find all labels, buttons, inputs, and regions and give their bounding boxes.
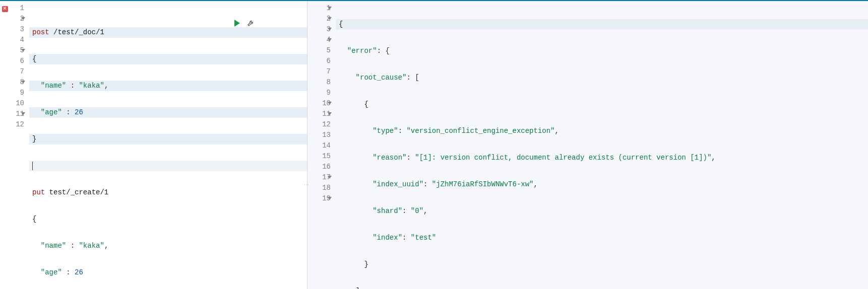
code-line[interactable]: { <box>336 19 868 30</box>
line-number: 5 <box>0 45 24 56</box>
request-path: /test/_doc/1 <box>49 28 104 36</box>
line-number: 7 <box>307 66 331 77</box>
code-line[interactable]: "root_cause": [ <box>336 73 868 83</box>
code-line[interactable]: "age" : 26 <box>29 107 307 118</box>
line-number: 14 <box>307 140 331 151</box>
code-line[interactable]: "name" : "kaka", <box>29 241 307 251</box>
line-number: 11 <box>307 109 331 119</box>
code-line[interactable]: } <box>336 259 868 270</box>
response-editor[interactable]: 1 2 3 4 5 6 7 8 9 10 11 12 13 14 15 16 1… <box>307 1 868 289</box>
code-line[interactable]: "age" : 26 <box>29 267 307 278</box>
line-number: 9 <box>307 88 331 98</box>
line-number: 8 <box>0 77 24 88</box>
line-number: 2 <box>0 14 24 24</box>
code-line[interactable]: "index": "test" <box>336 233 868 243</box>
line-number: 15 <box>307 151 331 162</box>
line-number: 11 <box>0 109 24 119</box>
play-icon[interactable] <box>234 20 240 27</box>
line-number: 9 <box>0 88 24 98</box>
code-line[interactable]: put test/_create/1 <box>29 187 307 198</box>
line-number: 12 <box>0 119 24 130</box>
http-method: post <box>32 28 49 36</box>
line-number: 13 <box>307 130 331 140</box>
request-toolbar <box>234 3 298 43</box>
line-number: 5 <box>307 45 331 56</box>
line-number: 10 <box>0 98 24 109</box>
error-icon <box>2 6 8 12</box>
line-number: 18 <box>307 183 331 193</box>
code-line[interactable]: "reason": "[1]: version conflict, docume… <box>336 153 868 163</box>
http-method: put <box>32 188 45 196</box>
line-number: 17 <box>307 172 331 183</box>
code-line[interactable]: } <box>29 134 307 144</box>
code-line[interactable]: "shard": "0", <box>336 206 868 216</box>
line-number: 19 <box>307 193 331 204</box>
line-number: 3 <box>307 24 331 35</box>
line-number: 4 <box>0 35 24 45</box>
request-editor[interactable]: 1 2 3 4 5 6 7 8 9 10 11 12 <box>0 1 307 289</box>
request-code[interactable]: post /test/_doc/1 { "name" : "kaka", "ag… <box>29 1 307 289</box>
line-number: 6 <box>307 56 331 66</box>
request-gutter: 1 2 3 4 5 6 7 8 9 10 11 12 <box>0 1 29 289</box>
code-line[interactable] <box>29 161 307 171</box>
line-number: 1 <box>0 3 24 14</box>
code-line[interactable]: "name" : "kaka", <box>29 81 307 91</box>
response-panel: 1 2 3 4 5 6 7 8 9 10 11 12 13 14 15 16 1… <box>307 1 868 289</box>
code-line[interactable]: "index_uuid": "jZhM76iaRfSIbWNWvT6-xw", <box>336 179 868 190</box>
wrench-icon[interactable] <box>247 3 298 43</box>
line-number: 12 <box>307 119 331 130</box>
code-line[interactable]: { <box>336 99 868 110</box>
line-number: 7 <box>0 66 24 77</box>
code-line[interactable]: "error": { <box>336 46 868 56</box>
line-number: 4 <box>307 35 331 45</box>
request-path: test/_create/1 <box>45 188 108 196</box>
dev-console: 1 2 3 4 5 6 7 8 9 10 11 12 <box>0 0 868 289</box>
response-gutter: 1 2 3 4 5 6 7 8 9 10 11 12 13 14 15 16 1… <box>307 1 336 289</box>
line-number: 2 <box>307 14 331 24</box>
line-number: 10 <box>307 98 331 109</box>
code-line[interactable]: ], <box>336 286 868 289</box>
line-number: 16 <box>307 162 331 172</box>
line-number: 1 <box>307 3 331 14</box>
code-line[interactable]: "type": "version_conflict_engine_excepti… <box>336 126 868 136</box>
response-code[interactable]: { "error": { "root_cause": [ { "type": "… <box>336 1 868 289</box>
line-number: 6 <box>0 56 24 66</box>
code-line[interactable]: { <box>29 214 307 225</box>
line-number: 8 <box>307 77 331 88</box>
request-panel: 1 2 3 4 5 6 7 8 9 10 11 12 <box>0 1 307 289</box>
code-line[interactable]: { <box>29 54 307 64</box>
line-number: 3 <box>0 24 24 35</box>
